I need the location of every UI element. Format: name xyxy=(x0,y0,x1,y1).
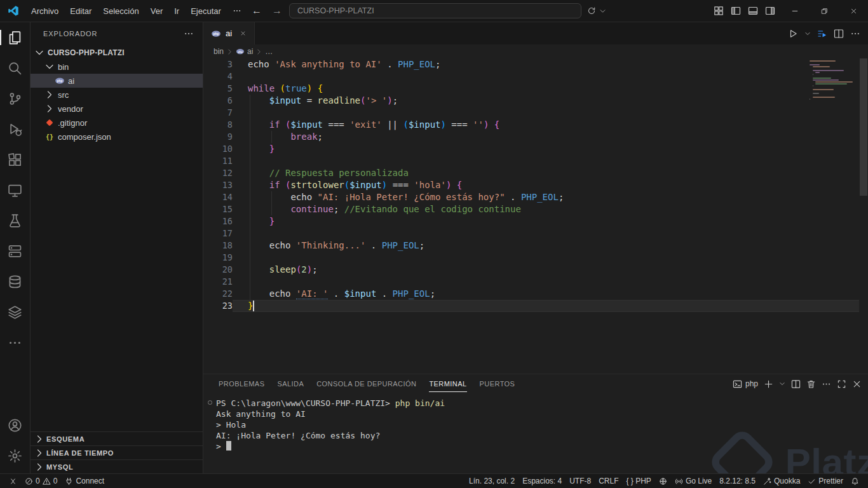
status-ports-globe[interactable] xyxy=(655,477,671,485)
line-number[interactable]: 9 xyxy=(203,131,233,143)
activity-more[interactable] xyxy=(0,327,31,358)
line-number[interactable]: 3 xyxy=(203,58,233,71)
menu-seleccion[interactable]: Selección xyxy=(97,0,144,22)
line-number[interactable]: 11 xyxy=(203,155,233,167)
line-number[interactable]: 23 xyxy=(203,300,233,312)
toggle-panel-icon[interactable] xyxy=(748,6,758,16)
breadcrumb-item-item[interactable]: … xyxy=(265,47,273,56)
panel-tab-problemas[interactable]: PROBLEMAS xyxy=(212,374,271,393)
tree-item-vendor[interactable]: vendor xyxy=(31,102,203,116)
tab-ai[interactable]: php ai xyxy=(203,22,255,44)
code-line-11[interactable]: 11 xyxy=(203,155,859,167)
close-button[interactable] xyxy=(839,0,868,22)
code-line-12[interactable]: 12 // Respuesta personalizada xyxy=(203,167,859,179)
scrollbar-thumb[interactable] xyxy=(860,58,867,196)
tree-item-bin[interactable]: bin xyxy=(31,60,203,74)
more-actions-button[interactable] xyxy=(850,29,860,39)
panel-tab-terminal[interactable]: TERMINAL xyxy=(423,374,473,393)
terminal[interactable]: PS C:\laragon\www\CURSO-PHP-PLATZI> php … xyxy=(203,393,868,473)
run-dropdown-button[interactable] xyxy=(804,30,811,37)
line-number[interactable]: 5 xyxy=(203,83,233,95)
split-editor-button[interactable] xyxy=(834,29,844,39)
minimap[interactable] xyxy=(810,60,859,100)
close-panel-button[interactable] xyxy=(852,379,862,389)
line-number[interactable]: 15 xyxy=(203,203,233,215)
line-number[interactable]: 12 xyxy=(203,167,233,179)
status-eol[interactable]: CRLF xyxy=(595,477,622,485)
status-remote-indicator[interactable] xyxy=(5,474,21,488)
code-line-6[interactable]: 6 $input = readline('> '); xyxy=(203,95,859,107)
code-line-8[interactable]: 8 if ($input === 'exit' || ($input) === … xyxy=(203,119,859,131)
line-number[interactable]: 21 xyxy=(203,276,233,288)
editor-scrollbar[interactable] xyxy=(859,58,868,374)
restore-button[interactable] xyxy=(810,0,839,22)
line-number[interactable]: 8 xyxy=(203,119,233,131)
tree-item-composer-json[interactable]: {}composer.json xyxy=(31,130,203,144)
panel-tab-salida[interactable]: SALIDA xyxy=(271,374,310,393)
activity-docker[interactable] xyxy=(0,297,31,327)
line-number[interactable]: 10 xyxy=(203,143,233,155)
activity-account[interactable] xyxy=(0,410,31,440)
code-line-21[interactable]: 21 xyxy=(203,276,859,288)
code-line-14[interactable]: 14 echo "AI: ¡Hola Peter! ¿Cómo estás ho… xyxy=(203,191,859,203)
status-encoding[interactable]: UTF-8 xyxy=(566,477,595,485)
tree-item-ai[interactable]: phpai xyxy=(31,74,203,88)
code-line-22[interactable]: 22 echo 'AI: ' . $input . PHP_EOL; xyxy=(203,288,859,300)
status-quokka[interactable]: Quokka xyxy=(759,477,804,485)
status-notifications[interactable] xyxy=(847,477,863,485)
panel-tab-puertos[interactable]: PUERTOS xyxy=(473,374,522,393)
menu-ver[interactable]: Ver xyxy=(145,0,169,22)
status-php-version[interactable]: 8.2.12: 8.5 xyxy=(715,477,759,485)
line-number[interactable]: 18 xyxy=(203,240,233,252)
activity-database-client[interactable] xyxy=(0,236,31,266)
breadcrumb-item-ai[interactable]: phpai xyxy=(236,47,253,56)
menu-editar[interactable]: Editar xyxy=(64,0,97,22)
status-prettier[interactable]: Prettier xyxy=(804,477,847,485)
menu-archivo[interactable]: Archivo xyxy=(25,0,64,22)
line-number[interactable]: 4 xyxy=(203,71,233,83)
kill-terminal-button[interactable] xyxy=(806,379,816,389)
tab-close-button[interactable] xyxy=(236,27,249,40)
code-line-23[interactable]: 23} xyxy=(203,300,859,312)
explorer-more-icon[interactable] xyxy=(184,29,194,39)
run-php-file-button[interactable] xyxy=(788,29,798,39)
forward-arrow-icon[interactable]: → xyxy=(272,5,282,17)
customize-layout-icon[interactable] xyxy=(714,6,724,16)
section-mysql[interactable]: MYSQL xyxy=(31,459,203,473)
code-line-15[interactable]: 15 continue; //Evitando que el codigo co… xyxy=(203,203,859,215)
command-center[interactable]: CURSO-PHP-PLATZI xyxy=(289,3,581,18)
split-terminal-button[interactable] xyxy=(791,379,801,389)
section-linea-de-tiempo[interactable]: LÍNEA DE TIEMPO xyxy=(31,445,203,459)
activity-search[interactable] xyxy=(0,53,31,83)
code-line-4[interactable]: 4 xyxy=(203,71,859,83)
code-line-18[interactable]: 18 echo 'Thinking...' . PHP_EOL; xyxy=(203,240,859,252)
menu-more[interactable] xyxy=(227,6,247,15)
line-number[interactable]: 16 xyxy=(203,215,233,227)
profile-dropdown-button[interactable] xyxy=(779,381,785,387)
line-number[interactable]: 19 xyxy=(203,252,233,264)
code-line-17[interactable]: 17 xyxy=(203,227,859,240)
activity-remote-explorer[interactable] xyxy=(0,175,31,205)
tree-item-src[interactable]: src xyxy=(31,88,203,102)
line-number[interactable]: 22 xyxy=(203,288,233,300)
line-number[interactable]: 6 xyxy=(203,95,233,107)
code-line-13[interactable]: 13 if (strtolower($input) === 'hola') { xyxy=(203,179,859,191)
minimize-button[interactable] xyxy=(780,0,810,22)
command-decoration-icon[interactable] xyxy=(208,400,212,405)
code-line-3[interactable]: 3echo 'Ask anything to AI' . PHP_EOL; xyxy=(203,58,859,71)
tree-item-gitignor[interactable]: .gitignor xyxy=(31,116,203,130)
code-line-10[interactable]: 10 } xyxy=(203,143,859,155)
status-connect[interactable]: Connect xyxy=(61,474,108,488)
status-indentation[interactable]: Espacios: 4 xyxy=(519,477,566,485)
panel-more-button[interactable] xyxy=(822,379,831,389)
activity-database[interactable] xyxy=(0,266,31,297)
menu-ir[interactable]: Ir xyxy=(168,0,185,22)
maximize-panel-button[interactable] xyxy=(837,379,846,389)
activity-run-debug[interactable] xyxy=(0,114,31,144)
terminal-profile-button[interactable]: php xyxy=(733,379,758,389)
code-line-5[interactable]: 5while (true) { xyxy=(203,83,859,95)
activity-testing[interactable] xyxy=(0,205,31,236)
php-server-button[interactable] xyxy=(817,29,827,39)
line-number[interactable]: 13 xyxy=(203,179,233,191)
status-language-mode[interactable]: { } PHP xyxy=(623,477,655,485)
